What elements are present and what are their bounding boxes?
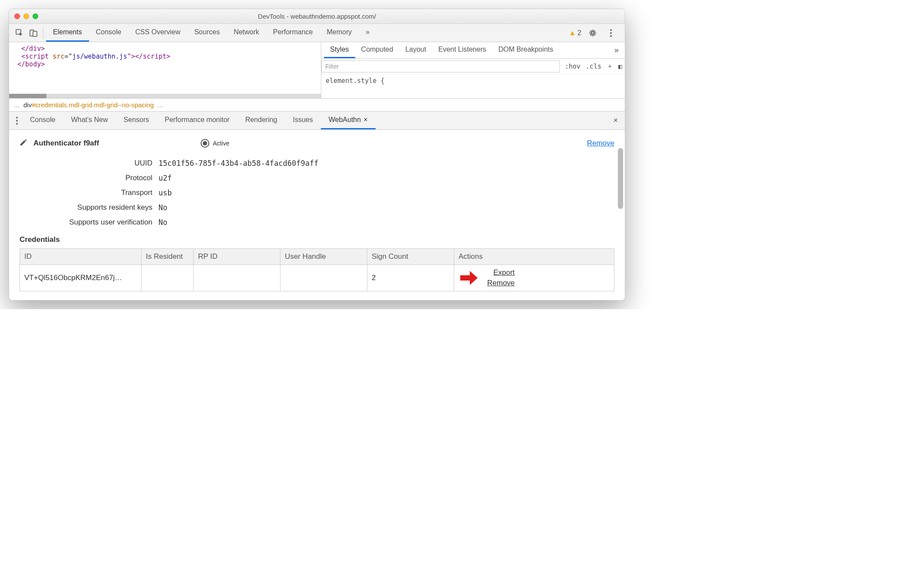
tab-elements[interactable]: Elements	[46, 24, 89, 42]
horizontal-scrollbar[interactable]	[9, 94, 321, 98]
stab-layout[interactable]: Layout	[399, 42, 432, 58]
col-is-resident: Is Resident	[142, 249, 194, 265]
drawer-perfmon[interactable]: Performance monitor	[157, 112, 237, 129]
transport-label: Transport	[20, 188, 158, 197]
settings-icon[interactable]	[588, 28, 597, 38]
inspect-icon[interactable]	[15, 28, 24, 38]
stab-computed[interactable]: Computed	[355, 42, 399, 58]
arrow-annotation-icon	[459, 269, 479, 287]
webauthn-panel: Authenticator f9aff Active Remove UUID 1…	[9, 130, 625, 300]
svg-rect-2	[33, 31, 37, 36]
uuid-label: UUID	[20, 159, 158, 168]
cell-is-resident	[142, 265, 194, 291]
toggle-pane-icon[interactable]: ◧	[616, 63, 625, 70]
drawer-tabs: Console What's New Sensors Performance m…	[9, 112, 625, 130]
breadcrumb-trailing: …	[157, 101, 164, 109]
warning-icon: ▲	[569, 29, 576, 37]
stab-more[interactable]: »	[611, 46, 622, 55]
device-toggle-icon[interactable]	[29, 28, 38, 38]
tab-sources[interactable]: Sources	[187, 24, 227, 42]
transport-value: usb	[158, 188, 172, 197]
col-rp-id: RP ID	[194, 249, 280, 265]
cell-actions: Export Remove	[454, 265, 614, 291]
separator	[43, 27, 43, 39]
elements-pane[interactable]: </div> <script src="js/webauthn.js"></sc…	[9, 42, 321, 98]
kebab-menu-icon[interactable]	[606, 28, 616, 38]
stab-styles[interactable]: Styles	[324, 42, 355, 58]
hov-toggle[interactable]: :hov	[562, 63, 583, 70]
drawer-close-icon[interactable]: ×	[609, 116, 622, 125]
titlebar: DevTools - webauthndemo.appspot.com/	[9, 9, 625, 24]
active-label: Active	[213, 140, 229, 147]
tab-more[interactable]: »	[359, 24, 376, 42]
resident-value: No	[158, 203, 167, 212]
uuid-value: 15c01f56-785f-43b4-ab58-4facd60f9aff	[158, 159, 318, 168]
window-title: DevTools - webauthndemo.appspot.com/	[9, 13, 625, 20]
styles-filter-input[interactable]	[321, 60, 560, 73]
devtools-window: DevTools - webauthndemo.appspot.com/ Ele…	[9, 9, 625, 300]
edit-icon[interactable]	[20, 139, 27, 148]
remove-credential-link[interactable]: Remove	[487, 279, 515, 287]
styles-pane: Styles Computed Layout Event Listeners D…	[321, 42, 625, 98]
drawer-rendering[interactable]: Rendering	[238, 112, 285, 129]
cell-id: VT+Ql516ObcpKRM2En67j…	[20, 265, 142, 291]
credentials-table: ID Is Resident RP ID User Handle Sign Co…	[20, 248, 614, 291]
warnings-badge[interactable]: ▲ 2	[569, 29, 581, 37]
table-header-row: ID Is Resident RP ID User Handle Sign Co…	[20, 249, 614, 265]
toolbar-right: ▲ 2	[569, 28, 621, 38]
uv-label: Supports user verification	[20, 218, 158, 227]
col-id: ID	[20, 249, 142, 265]
table-row: VT+Ql516ObcpKRM2En67j… 2 Export Remove	[20, 265, 614, 291]
drawer-console[interactable]: Console	[22, 112, 63, 129]
code-tag: </div>	[21, 45, 45, 53]
authenticator-header: Authenticator f9aff Active Remove	[20, 139, 614, 148]
breadcrumb-leading: …	[13, 101, 20, 109]
tab-css-overview[interactable]: CSS Overview	[128, 24, 187, 42]
main-toolbar: Elements Console CSS Overview Sources Ne…	[9, 24, 625, 42]
drawer-issues[interactable]: Issues	[285, 112, 320, 129]
breadcrumb[interactable]: … div#credentials.mdl-grid.mdl-grid--no-…	[9, 99, 625, 112]
radio-icon	[201, 139, 209, 148]
credentials-heading: Credentials	[20, 235, 614, 244]
cell-rp-id	[194, 265, 280, 291]
vertical-scrollbar[interactable]	[618, 148, 623, 300]
uv-value: No	[158, 218, 167, 227]
col-sign-count: Sign Count	[367, 249, 454, 265]
protocol-value: u2f	[158, 174, 172, 182]
active-radio[interactable]: Active	[201, 139, 229, 148]
tab-memory[interactable]: Memory	[320, 24, 359, 42]
tab-performance[interactable]: Performance	[266, 24, 320, 42]
resident-label: Supports resident keys	[20, 203, 158, 212]
cls-toggle[interactable]: .cls	[583, 63, 604, 70]
export-credential-link[interactable]: Export	[493, 268, 515, 277]
cell-user-handle	[280, 265, 367, 291]
add-rule-icon[interactable]: ＋	[604, 62, 616, 70]
remove-authenticator-link[interactable]: Remove	[587, 139, 614, 148]
stab-dombp[interactable]: DOM Breakpoints	[492, 42, 559, 58]
close-tab-icon[interactable]: ×	[363, 116, 367, 124]
protocol-label: Protocol	[20, 174, 158, 182]
styles-filter-row: :hov .cls ＋ ◧	[321, 59, 625, 74]
tab-network[interactable]: Network	[227, 24, 266, 42]
warning-count: 2	[578, 29, 581, 37]
drawer-sensors[interactable]: Sensors	[116, 112, 157, 129]
col-actions: Actions	[454, 249, 614, 265]
styles-body[interactable]: element.style {	[321, 74, 625, 87]
col-user-handle: User Handle	[280, 249, 367, 265]
authenticator-properties: UUID 15c01f56-785f-43b4-ab58-4facd60f9af…	[20, 159, 614, 227]
authenticator-title: Authenticator f9aff	[33, 139, 99, 148]
tab-console[interactable]: Console	[89, 24, 129, 42]
drawer-webauthn[interactable]: WebAuthn ×	[321, 112, 376, 129]
elements-split: </div> <script src="js/webauthn.js"></sc…	[9, 42, 625, 99]
stab-events[interactable]: Event Listeners	[432, 42, 492, 58]
drawer-whatsnew[interactable]: What's New	[63, 112, 116, 129]
cell-sign-count: 2	[367, 265, 454, 291]
panel-tabs: Elements Console CSS Overview Sources Ne…	[46, 24, 569, 42]
drawer-menu-icon[interactable]	[12, 117, 22, 125]
styles-tabs: Styles Computed Layout Event Listeners D…	[321, 42, 625, 59]
